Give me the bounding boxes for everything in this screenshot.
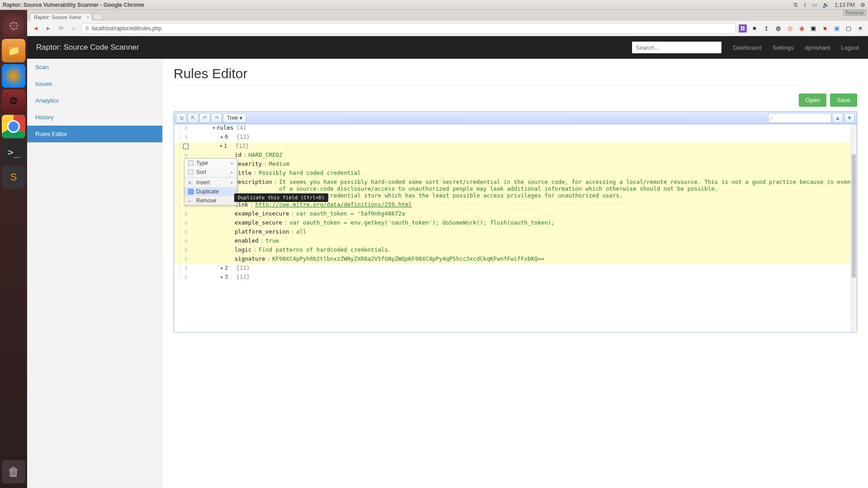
page-title: Rules Editor: [174, 66, 857, 81]
toggle-icon[interactable]: ▾: [211, 124, 217, 131]
extension-icons: B ★ ‡ ◍ ◎ ◉ ▣ ■ ▣ ▢ ≡: [739, 24, 864, 33]
ext-stop-icon[interactable]: ◉: [797, 24, 806, 33]
nav-forward-icon: ►: [43, 23, 53, 33]
nav-back-icon[interactable]: ◄: [31, 23, 41, 33]
ext-cast-icon[interactable]: ▢: [844, 24, 853, 33]
sidebar-item-issues[interactable]: Issues: [27, 75, 162, 92]
undo-icon[interactable]: ↶: [199, 113, 210, 123]
new-tab-button[interactable]: [92, 14, 104, 20]
tab-title: Raptor: Source Vulne: [34, 14, 81, 20]
profile-badge[interactable]: Personal: [843, 10, 866, 16]
address-bar: ◄ ► ⟳ ⌂ 🗎 localhost/raptor/editrules.php…: [27, 21, 868, 36]
session-icon[interactable]: ⚙: [860, 2, 865, 8]
system-tray: ⇅ ᚼ ▭ 🔊 1:13 PM ⚙: [793, 2, 865, 8]
sound-icon[interactable]: 🔊: [822, 2, 829, 8]
sidebar: Scan Issues Analytics History Rules Edit…: [27, 59, 163, 488]
tooltip: Duplicate this field (Ctrl+D): [234, 193, 328, 202]
context-menu: Type▸ Sort▸ +Insert▸ Duplicate –Remove: [184, 158, 237, 206]
ctx-insert[interactable]: +Insert▸: [184, 178, 237, 187]
unity-launcher: ◌ 📁 ⚙ >_ S 🗑: [0, 10, 27, 488]
terminal-icon[interactable]: >_: [2, 140, 25, 164]
scrollbar[interactable]: [850, 124, 857, 332]
sidebar-item-history[interactable]: History: [27, 109, 162, 126]
ext-recorder-icon[interactable]: ■: [821, 24, 829, 33]
sidebar-item-rules-editor[interactable]: Rules Editor: [27, 126, 162, 142]
ext-target-icon[interactable]: ◎: [786, 24, 794, 33]
chrome-menu-icon[interactable]: ≡: [856, 24, 864, 33]
omnibox[interactable]: 🗎 localhost/raptor/editrules.php: [81, 23, 736, 34]
ext-bootstrap-icon[interactable]: B: [739, 24, 747, 33]
editor-body[interactable]: ⋮⋮▫ ▾ rules [4] ⋮⋮▫ ▸ 0 {12}: [174, 124, 857, 332]
ext-tree-icon[interactable]: ‡: [762, 24, 770, 33]
network-icon[interactable]: ⇅: [793, 2, 798, 8]
search-input[interactable]: [632, 41, 722, 54]
ctx-remove[interactable]: –Remove: [184, 196, 237, 205]
dash-icon[interactable]: ◌: [2, 14, 25, 37]
link-value[interactable]: http://cwe.mitre.org/data/definitions/25…: [255, 201, 412, 208]
expand-all-icon[interactable]: ⇲: [176, 113, 187, 123]
editor-toolbar: ⇲ ⇱ ↶ ↷ Tree ▾ ▲ ▼: [174, 112, 857, 124]
ctx-sort[interactable]: Sort▸: [184, 168, 237, 177]
battery-icon[interactable]: ▭: [812, 2, 817, 8]
tab-close-icon[interactable]: ×: [86, 14, 89, 20]
window-title: Raptor: Source Vulnerability Scanner - G…: [3, 2, 144, 8]
browser-tab[interactable]: Raptor: Source Vulne ×: [30, 13, 92, 21]
ext-translate-icon[interactable]: ▣: [833, 24, 841, 33]
nav-logout[interactable]: Logout: [841, 44, 859, 51]
mode-dropdown[interactable]: Tree ▾: [223, 113, 246, 123]
sidebar-item-analytics[interactable]: Analytics: [27, 92, 162, 109]
ext-star-icon[interactable]: ★: [750, 24, 759, 33]
save-button[interactable]: Save: [830, 94, 857, 107]
redo-icon[interactable]: ↷: [211, 113, 222, 123]
bluetooth-icon[interactable]: ᚼ: [803, 2, 807, 8]
url-text: localhost/raptor/editrules.php: [92, 25, 161, 32]
search-prev-icon[interactable]: ▲: [832, 113, 843, 123]
files-icon[interactable]: 📁: [2, 39, 25, 62]
ctx-type[interactable]: Type▸: [184, 159, 237, 168]
tab-strip: Raptor: Source Vulne ×: [27, 10, 868, 21]
open-button[interactable]: Open: [799, 94, 827, 107]
firefox-icon[interactable]: [2, 64, 25, 88]
app-brand[interactable]: Raptor: Source Code Scanner: [36, 43, 139, 52]
json-key: rules: [217, 124, 234, 131]
page-icon: 🗎: [85, 25, 90, 32]
app-header: Raptor: Source Code Scanner Dashboard Se…: [27, 36, 868, 59]
json-editor: ⇲ ⇱ ↶ ↷ Tree ▾ ▲ ▼ ⋮⋮▫: [174, 111, 857, 333]
ext-shield-icon[interactable]: ▣: [809, 24, 817, 33]
browser-window: Raptor: Source Vulne × ◄ ► ⟳ ⌂ 🗎 localho…: [27, 10, 868, 488]
ext-circle1-icon[interactable]: ◍: [774, 24, 782, 33]
home-icon[interactable]: ⌂: [69, 23, 79, 33]
row-action-icon[interactable]: [183, 144, 189, 149]
search-next-icon[interactable]: ▼: [844, 113, 855, 123]
nav-settings[interactable]: Settings: [773, 44, 794, 51]
editor-search-input[interactable]: [768, 113, 831, 123]
trash-icon[interactable]: 🗑: [2, 460, 25, 483]
sidebar-item-scan[interactable]: Scan: [27, 59, 162, 75]
nav-dashboard[interactable]: Dashboard: [733, 44, 762, 51]
json-count: [4]: [236, 124, 247, 131]
chrome-icon[interactable]: [2, 115, 25, 138]
os-topbar: Raptor: Source Vulnerability Scanner - G…: [0, 0, 868, 10]
sublime-icon[interactable]: S: [2, 165, 25, 189]
clock[interactable]: 1:13 PM: [835, 2, 855, 8]
divider: [174, 85, 857, 85]
ctx-duplicate[interactable]: Duplicate: [184, 187, 237, 196]
collapse-all-icon[interactable]: ⇱: [188, 113, 198, 123]
reload-icon[interactable]: ⟳: [56, 23, 66, 33]
settings-icon[interactable]: ⚙: [2, 89, 25, 113]
nav-user[interactable]: dpnishant: [805, 44, 830, 51]
